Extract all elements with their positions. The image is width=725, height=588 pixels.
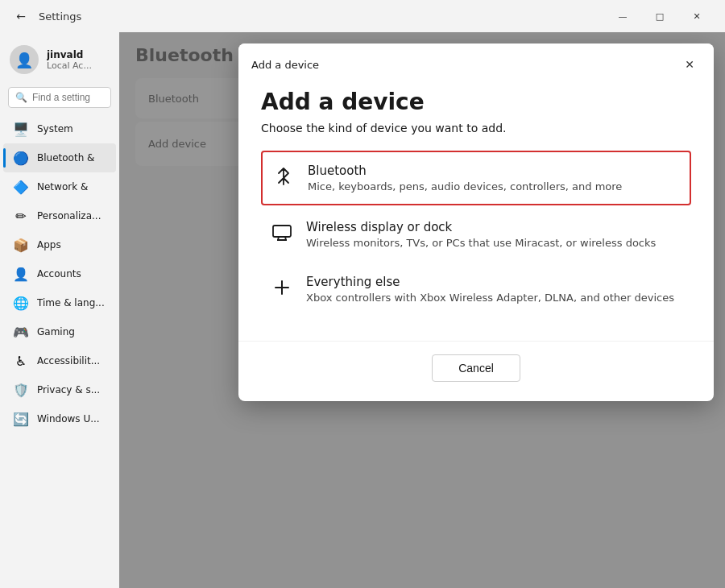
sidebar-item-label: Apps	[37, 239, 61, 251]
sidebar-item-privacy[interactable]: 🛡️ Privacy & s...	[3, 375, 116, 404]
sidebar-item-network[interactable]: 🔷 Network &	[3, 172, 116, 201]
sidebar-item-label: Gaming	[37, 326, 75, 337]
sidebar-item-label: Network &	[37, 181, 88, 193]
plus-device-icon	[271, 276, 293, 299]
dialog-body: Add a device Choose the kind of device y…	[238, 82, 714, 341]
personalization-icon: ✏️	[13, 208, 29, 224]
maximize-button[interactable]: □	[641, 3, 678, 29]
sidebar-item-label: Privacy & s...	[37, 384, 100, 395]
windows-update-icon: 🔄	[13, 411, 29, 427]
device-option-title: Wireless display or dock	[306, 220, 656, 234]
svg-rect-0	[273, 226, 291, 237]
accounts-icon: 👤	[13, 266, 29, 282]
search-box[interactable]: 🔍	[8, 87, 111, 108]
user-profile[interactable]: 👤 jinvald Local Ac...	[0, 39, 119, 81]
search-input[interactable]	[32, 92, 104, 103]
sidebar-item-personalization[interactable]: ✏️ Personaliza...	[3, 201, 116, 230]
sidebar: 👤 jinvald Local Ac... 🔍 🖥️ System 🔵 Blue…	[0, 32, 119, 588]
title-bar: ← Settings — □ ✕	[0, 0, 725, 32]
device-option-title: Everything else	[306, 275, 674, 289]
settings-window: ← Settings — □ ✕ 👤 jinvald Local Ac...	[0, 0, 725, 588]
device-option-content: Wireless display or dock Wireless monito…	[306, 220, 656, 249]
user-sub: Local Ac...	[47, 60, 92, 71]
sidebar-item-system[interactable]: 🖥️ System	[3, 114, 116, 143]
cancel-button[interactable]: Cancel	[432, 354, 520, 382]
device-option-desc: Xbox controllers with Xbox Wireless Adap…	[306, 292, 674, 304]
network-icon: 🔷	[13, 179, 29, 195]
sidebar-item-accessibility[interactable]: ♿ Accessibilit...	[3, 346, 116, 375]
sidebar-item-windows-update[interactable]: 🔄 Windows U...	[3, 404, 116, 433]
sidebar-item-accounts[interactable]: 👤 Accounts	[3, 259, 116, 288]
sidebar-item-label: Accessibilit...	[37, 355, 100, 366]
dialog-subtitle: Choose the kind of device you want to ad…	[261, 122, 691, 135]
dialog-footer: Cancel	[238, 341, 714, 401]
user-info: jinvald Local Ac...	[47, 49, 92, 71]
sidebar-item-label: Time & lang...	[37, 297, 105, 308]
minimize-button[interactable]: —	[604, 3, 641, 29]
device-option-title: Bluetooth	[308, 164, 622, 178]
device-option-content: Bluetooth Mice, keyboards, pens, audio d…	[308, 164, 622, 193]
sidebar-item-label: Personaliza...	[37, 210, 101, 222]
dialog-title-bar: Add a device ✕	[238, 43, 714, 82]
sidebar-item-label: Windows U...	[37, 413, 100, 424]
search-icon: 🔍	[15, 92, 27, 103]
device-option-bluetooth[interactable]: Bluetooth Mice, keyboards, pens, audio d…	[261, 151, 691, 205]
time-icon: 🌐	[13, 295, 29, 311]
device-option-everything[interactable]: Everything else Xbox controllers with Xb…	[261, 263, 691, 315]
back-button[interactable]: ←	[10, 5, 32, 27]
window-controls: — □ ✕	[604, 3, 715, 29]
sidebar-item-gaming[interactable]: 🎮 Gaming	[3, 317, 116, 346]
bluetooth-icon: 🔵	[13, 150, 29, 166]
sidebar-item-time[interactable]: 🌐 Time & lang...	[3, 288, 116, 317]
avatar: 👤	[10, 45, 39, 74]
monitor-device-icon	[271, 222, 293, 244]
main-panel: Bluetooth & devices Bluetooth On Add dev…	[119, 32, 725, 588]
device-option-wireless[interactable]: Wireless display or dock Wireless monito…	[261, 209, 691, 260]
gaming-icon: 🎮	[13, 324, 29, 340]
sidebar-item-apps[interactable]: 📦 Apps	[3, 230, 116, 259]
accessibility-icon: ♿	[13, 353, 29, 369]
dialog-heading: Add a device	[261, 89, 691, 115]
sidebar-item-label: Bluetooth &	[37, 152, 94, 164]
close-button[interactable]: ✕	[678, 3, 715, 29]
device-option-desc: Mice, keyboards, pens, audio devices, co…	[308, 180, 622, 193]
apps-icon: 📦	[13, 237, 29, 253]
window-title: Settings	[39, 10, 598, 23]
sidebar-item-bluetooth[interactable]: 🔵 Bluetooth &	[3, 143, 116, 172]
dialog-close-button[interactable]: ✕	[678, 53, 701, 76]
device-option-content: Everything else Xbox controllers with Xb…	[306, 275, 674, 304]
add-device-dialog: Add a device ✕ Add a device Choose the k…	[238, 43, 714, 401]
bluetooth-device-icon	[272, 165, 295, 188]
dialog-title-text: Add a device	[251, 59, 319, 71]
user-name: jinvald	[47, 49, 92, 60]
sidebar-item-label: System	[37, 123, 73, 135]
device-option-desc: Wireless monitors, TVs, or PCs that use …	[306, 237, 656, 249]
system-icon: 🖥️	[13, 121, 29, 137]
privacy-icon: 🛡️	[13, 382, 29, 398]
content-area: 👤 jinvald Local Ac... 🔍 🖥️ System 🔵 Blue…	[0, 32, 725, 588]
sidebar-item-label: Accounts	[37, 268, 81, 280]
